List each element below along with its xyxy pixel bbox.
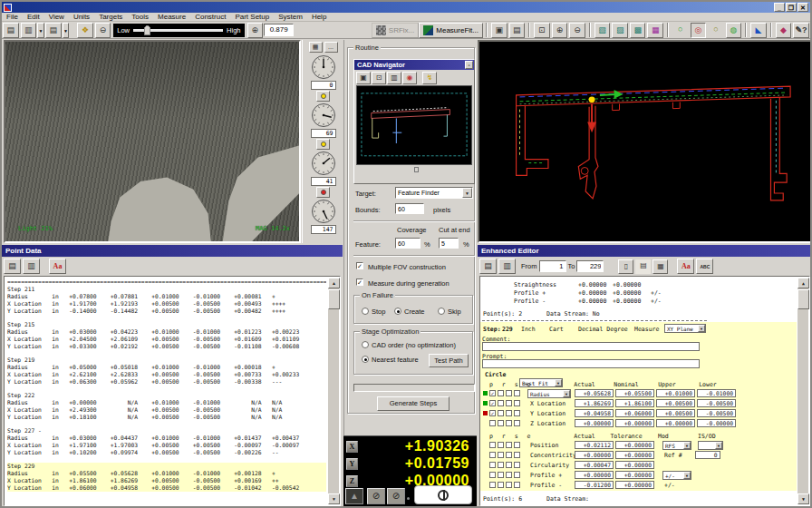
r-checkbox[interactable]: [498, 442, 504, 448]
p-checkbox[interactable]: [489, 462, 496, 468]
menu-system[interactable]: System: [274, 13, 307, 21]
comment-input[interactable]: [482, 342, 700, 351]
ref-input[interactable]: 0: [695, 451, 720, 459]
s-checkbox[interactable]: [506, 482, 512, 488]
zoom-out-light-button[interactable]: ⊖: [95, 23, 111, 38]
e-checkbox[interactable]: [514, 400, 520, 406]
nav-zoom-window-button[interactable]: ⊡: [372, 72, 386, 84]
pd-export-button[interactable]: ▥: [23, 259, 40, 274]
menu-part-setup[interactable]: Part Setup: [230, 13, 274, 21]
settings-button[interactable]: ❖: [77, 23, 93, 38]
actual-value[interactable]: +0.00000: [575, 451, 614, 459]
scroll-up-button[interactable]: ▲: [798, 278, 809, 288]
camera-view[interactable]: Light 21% MAG 14.2x: [4, 40, 301, 243]
ed-font-button[interactable]: Aa: [677, 259, 694, 274]
point-data-step[interactable]: Step 229 Radius in +0.05500 +0.05628 +0.…: [7, 463, 326, 492]
paste-view-button[interactable]: ▤: [509, 23, 526, 38]
render-view-button[interactable]: ▦: [647, 23, 663, 38]
cad-navigator-titlebar[interactable]: CAD Navigator ▫: [354, 60, 474, 70]
light-value[interactable]: 0: [311, 81, 336, 90]
isod-select[interactable]: ▼: [698, 441, 723, 450]
measure-during-checkbox[interactable]: ✓: [356, 278, 363, 286]
zoom-in-light-button[interactable]: ⊕: [247, 23, 264, 38]
from-input[interactable]: [539, 260, 566, 272]
light-dial[interactable]: [311, 151, 336, 176]
s-checkbox[interactable]: [506, 462, 512, 468]
nominal-value[interactable]: +1.86100: [615, 399, 654, 407]
p-checkbox[interactable]: [489, 442, 496, 448]
p-checkbox[interactable]: [489, 420, 496, 426]
minimize-button[interactable]: _: [774, 3, 785, 12]
maximize-button[interactable]: ❐: [786, 3, 797, 12]
cad-view[interactable]: [478, 40, 812, 243]
tolerance-value[interactable]: +0.00000: [615, 481, 654, 489]
menu-edit[interactable]: Edit: [23, 13, 44, 21]
upper-tol-value[interactable]: +0.00500: [656, 399, 695, 407]
skip-radio[interactable]: [438, 308, 445, 315]
tolerance-button[interactable]: ◆: [776, 23, 792, 38]
actual-value[interactable]: +0.05628: [575, 389, 614, 397]
scroll-thumb[interactable]: [328, 289, 340, 309]
nominal-value[interactable]: +0.05500: [615, 389, 654, 397]
scroll-up-button[interactable]: ▲: [328, 278, 340, 288]
view-rotate-button[interactable]: ▩: [630, 23, 646, 38]
scroll-down-button[interactable]: ▼: [798, 493, 809, 504]
z-axis-key[interactable]: Z: [346, 475, 358, 487]
nominal-value[interactable]: +0.00000: [615, 419, 654, 427]
r-checkbox[interactable]: [498, 410, 504, 416]
radius-select[interactable]: Radius▼: [527, 389, 571, 398]
s-checkbox[interactable]: [506, 472, 512, 478]
cad-navigator-zoom-slider[interactable]: [358, 166, 470, 173]
point-data-step[interactable]: Step 219 Radius in +0.05000 +0.05018 +0.…: [7, 357, 326, 386]
point-data-titlebar[interactable]: Point Data: [2, 245, 343, 257]
slider-tick[interactable]: [414, 167, 419, 172]
s-checkbox[interactable]: [506, 390, 512, 396]
nominal-value[interactable]: +0.06000: [615, 409, 654, 417]
r-checkbox[interactable]: [498, 452, 504, 458]
zoom-out-button[interactable]: ⊖: [569, 23, 585, 38]
e-checkbox[interactable]: [514, 452, 520, 458]
editor-scrollbar[interactable]: ▲ ▼: [797, 278, 808, 504]
scroll-thumb[interactable]: [798, 289, 809, 309]
lower-tol-value[interactable]: -0.00500: [697, 409, 736, 417]
r-checkbox[interactable]: [498, 482, 504, 488]
point-data-body[interactable]: ========================================…: [4, 276, 341, 506]
export-button[interactable]: ▥: [21, 23, 37, 38]
cad-order-radio[interactable]: [362, 341, 369, 348]
r-checkbox[interactable]: [498, 462, 504, 468]
light-dial[interactable]: [311, 54, 336, 80]
pd-font-button[interactable]: Aa: [49, 259, 66, 274]
menu-targets[interactable]: Targets: [94, 13, 127, 21]
actual-value[interactable]: +0.00000: [575, 419, 614, 427]
menu-measure[interactable]: Measure: [153, 13, 190, 21]
menu-tools[interactable]: Tools: [127, 13, 153, 21]
title-bar[interactable]: _ ❐ ✕: [2, 2, 810, 13]
light-dial[interactable]: [311, 103, 336, 128]
find-feature-button[interactable]: ◍: [726, 23, 742, 38]
cut-input[interactable]: [439, 238, 459, 249]
menu-file[interactable]: File: [2, 13, 23, 21]
plusminus-select[interactable]: +/-▼: [662, 471, 691, 480]
menu-view[interactable]: View: [44, 13, 69, 21]
s-checkbox[interactable]: [506, 410, 512, 416]
scroll-down-button[interactable]: ▼: [328, 493, 340, 504]
zero-xy-button[interactable]: ⊘: [367, 488, 385, 504]
r-checkbox[interactable]: [498, 390, 504, 396]
snapshot-button[interactable]: ▣: [356, 72, 371, 84]
p-checkbox[interactable]: [489, 472, 496, 478]
r-checkbox[interactable]: [498, 472, 504, 478]
actual-value[interactable]: -0.01200: [575, 481, 614, 489]
to-input[interactable]: [576, 260, 604, 272]
tolerance-value[interactable]: +0.00000: [615, 471, 654, 479]
p-checkbox[interactable]: [489, 482, 496, 488]
chevron-down-icon[interactable]: ▼: [462, 188, 472, 198]
hd-view-button[interactable]: ▥: [387, 72, 401, 84]
e-checkbox[interactable]: [514, 482, 520, 488]
e-checkbox[interactable]: [514, 472, 520, 478]
tolerance-value[interactable]: +0.00000: [615, 451, 654, 459]
e-checkbox[interactable]: [514, 462, 520, 468]
point-data-step[interactable]: Step 227 - Radius in +0.03000 +0.04437 +…: [7, 427, 326, 456]
y-axis-key[interactable]: Y: [346, 458, 358, 470]
multiple-fov-checkbox[interactable]: ✓: [356, 262, 363, 269]
target-select[interactable]: Feature Finder▼: [395, 187, 473, 199]
